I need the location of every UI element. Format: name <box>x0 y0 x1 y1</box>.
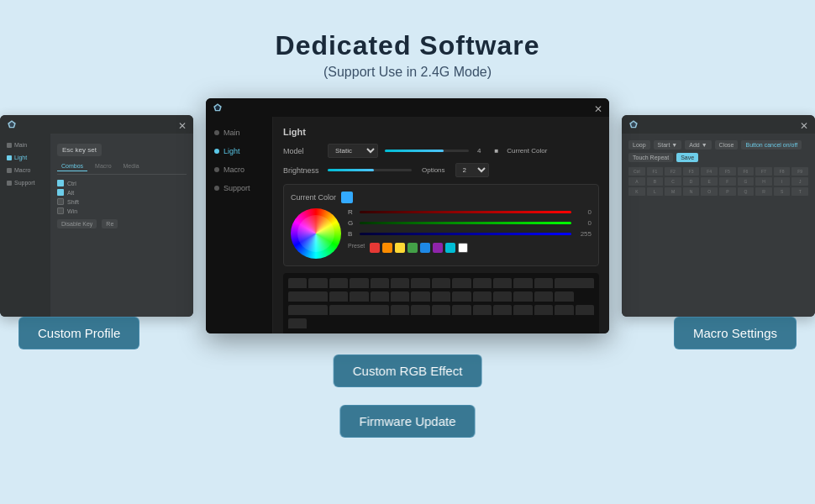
left-sidebar-light[interactable]: Light <box>0 151 50 164</box>
key-0[interactable] <box>493 278 512 290</box>
r-slider[interactable] <box>360 211 571 213</box>
loop-badge[interactable]: Loop <box>628 140 650 150</box>
touch-badge[interactable]: Touch Repeat <box>628 153 673 162</box>
key-semi[interactable] <box>576 305 594 317</box>
macro-key-n[interactable]: N <box>683 187 700 196</box>
macro-key-a[interactable]: A <box>628 177 645 186</box>
alt-checkbox[interactable] <box>57 189 64 196</box>
model-select[interactable]: Static Breathing Wave <box>328 144 378 158</box>
key-2[interactable] <box>329 278 348 290</box>
preset-orange[interactable] <box>382 243 392 253</box>
center-close-icon[interactable]: ✕ <box>594 103 602 112</box>
macro-key-ctrl[interactable]: Ctrl <box>628 167 645 176</box>
key-3[interactable] <box>350 278 368 290</box>
macro-key-g[interactable]: G <box>738 177 755 186</box>
macro-key-b[interactable]: B <box>647 177 664 186</box>
key-g[interactable] <box>473 305 492 317</box>
key-quote[interactable] <box>288 318 307 330</box>
key-minus[interactable] <box>513 278 532 290</box>
key-1[interactable] <box>308 278 327 290</box>
key-a[interactable] <box>391 305 409 317</box>
key-backspace[interactable] <box>555 278 594 290</box>
key-e[interactable] <box>371 291 389 303</box>
key-6[interactable] <box>411 278 429 290</box>
key-5[interactable] <box>391 278 409 290</box>
options-select[interactable]: 2 <box>455 163 489 177</box>
b-slider[interactable] <box>360 233 571 235</box>
preset-red[interactable] <box>370 243 380 253</box>
key-4[interactable] <box>371 278 389 290</box>
firmware-update-button[interactable]: Firmware Update <box>339 405 475 438</box>
close-badge[interactable]: Close <box>715 140 739 150</box>
left-close-icon[interactable]: ✕ <box>178 120 187 129</box>
tab-combos[interactable]: Combos <box>57 161 87 171</box>
key-t[interactable] <box>411 291 429 303</box>
sidebar-support[interactable]: Support <box>206 179 272 197</box>
macro-key-h[interactable]: H <box>755 177 772 186</box>
action-badge[interactable]: Button cancel on/off <box>741 140 802 150</box>
ctrl-checkbox[interactable] <box>57 180 64 186</box>
macro-key-f9[interactable]: F9 <box>791 167 808 176</box>
left-sidebar-main[interactable]: Main <box>0 139 50 151</box>
tab-media[interactable]: Media <box>119 161 144 171</box>
key-rbracket[interactable] <box>555 291 573 303</box>
key-j[interactable] <box>513 305 532 317</box>
macro-key-f4[interactable]: F4 <box>701 167 718 176</box>
macro-key-t[interactable]: T <box>791 187 808 196</box>
sidebar-main[interactable]: Main <box>206 123 272 142</box>
preset-yellow[interactable] <box>395 243 405 253</box>
key-l[interactable] <box>555 305 573 317</box>
key-y[interactable] <box>432 291 450 303</box>
left-sidebar-support[interactable]: Support <box>0 176 50 189</box>
start-badge[interactable]: Start ▼ <box>654 140 682 150</box>
reset-btn[interactable]: Re <box>102 219 118 228</box>
key-caps[interactable] <box>329 305 389 317</box>
macro-key-e[interactable]: E <box>701 177 718 186</box>
preset-green[interactable] <box>408 243 418 253</box>
key-equal[interactable] <box>534 278 553 290</box>
key-lbracket[interactable] <box>534 291 553 303</box>
preset-blue[interactable] <box>420 243 430 253</box>
macro-key-i[interactable]: I <box>774 177 791 186</box>
add-badge[interactable]: Add ▼ <box>685 140 711 150</box>
preset-purple[interactable] <box>433 243 443 253</box>
macro-key-o[interactable]: O <box>701 187 718 196</box>
custom-profile-button[interactable]: Custom Profile <box>18 317 139 349</box>
save-badge[interactable]: Save <box>676 153 698 162</box>
macro-key-l[interactable]: L <box>647 187 664 196</box>
key-s[interactable] <box>411 305 429 317</box>
key-esc[interactable] <box>288 278 307 290</box>
shift-checkbox[interactable] <box>57 198 64 205</box>
key-q[interactable] <box>329 291 348 303</box>
speed-slider-track[interactable] <box>385 150 469 152</box>
key-i[interactable] <box>473 291 492 303</box>
g-slider[interactable] <box>360 222 571 224</box>
macro-key-m[interactable]: M <box>665 187 681 196</box>
key-k[interactable] <box>534 305 553 317</box>
key-tab[interactable] <box>288 291 328 303</box>
preset-white[interactable] <box>458 243 468 253</box>
key-p[interactable] <box>513 291 532 303</box>
right-close-icon[interactable]: ✕ <box>800 120 808 129</box>
key-7[interactable] <box>432 278 450 290</box>
key-f[interactable] <box>452 305 471 317</box>
macro-key-f5[interactable]: F5 <box>719 167 736 176</box>
macro-key-j[interactable]: J <box>791 177 808 186</box>
key-o[interactable] <box>493 291 512 303</box>
key-enter[interactable] <box>288 305 328 317</box>
macro-key-c[interactable]: C <box>665 177 681 186</box>
key-d[interactable] <box>432 305 450 317</box>
preset-cyan[interactable] <box>445 243 455 253</box>
custom-rgb-button[interactable]: Custom RGB Effect <box>334 354 482 387</box>
macro-key-f3[interactable]: F3 <box>683 167 700 176</box>
macro-key-r[interactable]: R <box>755 187 772 196</box>
macro-settings-button[interactable]: Macro Settings <box>674 317 797 349</box>
tab-macro[interactable]: Macro <box>91 161 115 171</box>
key-8[interactable] <box>452 278 471 290</box>
key-u[interactable] <box>452 291 471 303</box>
sidebar-light[interactable]: Light <box>206 142 272 160</box>
macro-key-f2[interactable]: F2 <box>665 167 681 176</box>
macro-key-s[interactable]: S <box>774 187 791 196</box>
macro-key-f[interactable]: F <box>719 177 736 186</box>
brightness-slider[interactable] <box>328 169 412 171</box>
